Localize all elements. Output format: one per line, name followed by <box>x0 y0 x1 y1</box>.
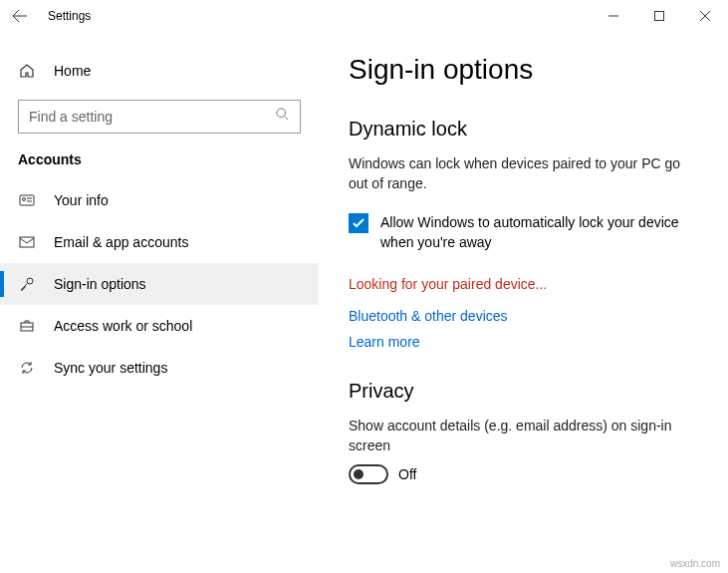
check-icon <box>352 216 365 230</box>
svg-rect-2 <box>20 195 34 205</box>
sidebar: Home Accounts Your info Email & app acco… <box>0 32 319 573</box>
privacy-toggle[interactable] <box>349 464 388 484</box>
sidebar-item-label: Sync your settings <box>54 360 167 376</box>
learn-more-link[interactable]: Learn more <box>349 334 698 350</box>
search-input[interactable] <box>29 109 276 125</box>
checkbox-label: Allow Windows to automatically lock your… <box>380 213 698 252</box>
minimize-icon <box>608 11 618 21</box>
privacy-description: Show account details (e.g. email address… <box>349 417 698 455</box>
home-icon <box>18 62 36 80</box>
svg-point-3 <box>23 198 26 201</box>
window-controls <box>591 0 728 32</box>
svg-point-5 <box>27 278 33 284</box>
dynamic-lock-description: Windows can lock when devices paired to … <box>349 154 698 193</box>
privacy-heading: Privacy <box>349 380 698 403</box>
sidebar-item-label: Email & app accounts <box>54 234 188 250</box>
bluetooth-link[interactable]: Bluetooth & other devices <box>349 308 698 324</box>
toggle-state-label: Off <box>398 466 416 482</box>
search-icon <box>276 108 290 126</box>
close-button[interactable] <box>682 0 728 32</box>
content-area: Sign-in options Dynamic lock Windows can… <box>319 32 728 573</box>
maximize-button[interactable] <box>636 0 682 32</box>
back-button[interactable] <box>12 8 48 24</box>
home-nav[interactable]: Home <box>0 52 319 90</box>
sidebar-item-your-info[interactable]: Your info <box>0 179 319 221</box>
pairing-status: Looking for your paired device... <box>349 276 698 292</box>
dynamic-lock-heading: Dynamic lock <box>349 118 698 141</box>
sidebar-item-sync[interactable]: Sync your settings <box>0 347 319 389</box>
close-icon <box>700 11 710 21</box>
page-title: Sign-in options <box>349 54 698 86</box>
titlebar: Settings <box>0 0 728 32</box>
person-icon <box>18 191 36 209</box>
svg-point-1 <box>277 109 286 118</box>
sidebar-item-label: Your info <box>54 192 109 208</box>
category-label: Accounts <box>0 151 319 179</box>
sync-icon <box>18 359 36 377</box>
sidebar-item-signin[interactable]: Sign-in options <box>0 263 319 305</box>
sidebar-item-work[interactable]: Access work or school <box>0 305 319 347</box>
maximize-icon <box>654 11 664 21</box>
dynamic-lock-checkbox-row[interactable]: Allow Windows to automatically lock your… <box>349 213 698 252</box>
svg-rect-0 <box>655 12 664 21</box>
minimize-button[interactable] <box>591 0 636 32</box>
search-box[interactable] <box>18 100 301 134</box>
checkbox-checked[interactable] <box>349 213 368 233</box>
briefcase-icon <box>18 317 36 335</box>
key-icon <box>18 275 36 293</box>
sidebar-item-label: Access work or school <box>54 318 192 334</box>
home-label: Home <box>54 63 91 79</box>
mail-icon <box>18 233 36 251</box>
arrow-left-icon <box>12 8 28 24</box>
window-title: Settings <box>48 9 91 23</box>
watermark: wsxdn.com <box>670 558 720 569</box>
sidebar-item-label: Sign-in options <box>54 276 146 292</box>
svg-rect-4 <box>20 237 34 247</box>
sidebar-item-email[interactable]: Email & app accounts <box>0 221 319 263</box>
privacy-toggle-row: Off <box>349 464 698 484</box>
